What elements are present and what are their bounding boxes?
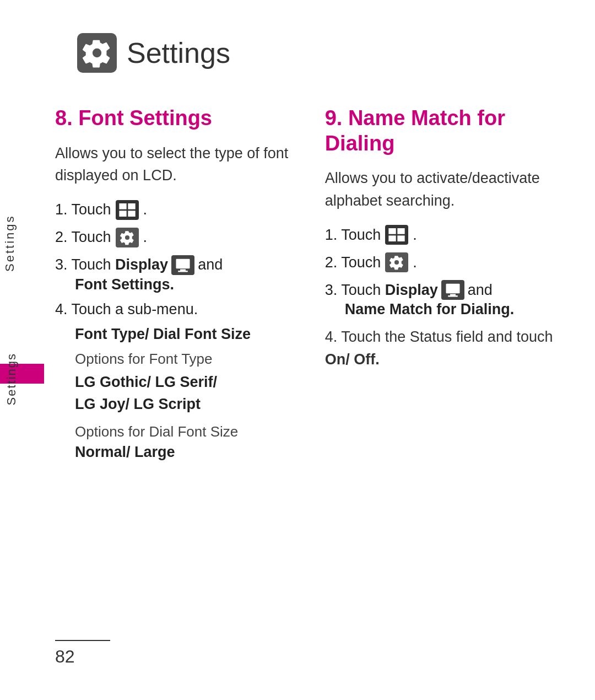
svg-rect-7 [389, 228, 396, 234]
svg-rect-9 [389, 236, 396, 242]
step-period: . [413, 227, 417, 244]
step-text: 4. Touch the Status field and touch On/ … [325, 326, 562, 370]
settings-header-icon [77, 33, 117, 73]
step-number: 2. Touch [325, 254, 381, 271]
svg-rect-8 [398, 228, 405, 234]
section-9-column: 9. Name Match for Dialing Allows you to … [309, 106, 562, 469]
sidebar-vertical-label: Settings [4, 353, 19, 406]
sidebar-label: Settings [3, 215, 17, 272]
section-8-step-3: 3. Touch Display and Font Settings. [55, 255, 298, 293]
section-8-step-1: 1. Touch . [55, 200, 298, 220]
page-header: Settings [77, 33, 562, 73]
display-icon-3 [171, 255, 194, 275]
section-9-step-3: 3. Touch Display and Name Match for Dial… [325, 280, 562, 318]
menu-icon-9-1 [385, 225, 408, 245]
step-text: 3. Touch Display [325, 282, 438, 299]
step-period: . [143, 201, 148, 218]
svg-rect-1 [128, 203, 135, 209]
step-conjunction: and [468, 282, 493, 299]
step-conjunction: and [198, 256, 223, 273]
step-period: . [413, 254, 417, 271]
step-3-bold-label: Font Settings. [75, 276, 298, 293]
gear-icon-2 [116, 228, 139, 247]
content-columns: 8. Font Settings Allows you to select th… [55, 106, 562, 469]
page-number: 82 [55, 647, 110, 667]
gear-icon-9-2 [385, 252, 408, 272]
step-period: . [143, 229, 148, 246]
section-8-step-2: 2. Touch . [55, 228, 298, 247]
page-divider [55, 640, 110, 641]
section-9-step-4: 4. Touch the Status field and touch On/ … [325, 326, 562, 370]
section-8-title: 8. Font Settings [55, 106, 298, 131]
svg-rect-2 [119, 211, 126, 217]
menu-icon-1 [116, 200, 139, 220]
display-icon-9-3 [441, 280, 464, 300]
step-number: 1. Touch [325, 227, 381, 244]
svg-rect-6 [178, 271, 188, 272]
page: Settings Settings 8. Font Settings Allow… [0, 0, 595, 700]
step-text: 4. Touch a sub-menu. [55, 301, 198, 318]
svg-rect-4 [176, 259, 190, 268]
font-type-options: LG Gothic/ LG Serif/LG Joy/ LG Script [75, 371, 298, 416]
section-8-step-4: 4. Touch a sub-menu. [55, 301, 298, 318]
step-number: 1. Touch [55, 201, 111, 218]
section-8-desc: Allows you to select the type of font di… [55, 142, 298, 187]
svg-rect-0 [119, 203, 126, 209]
dial-font-options: Normal/ Large [75, 444, 298, 461]
section-9-step-2: 2. Touch . [325, 252, 562, 272]
submenu-title: Font Type/ Dial Font Size [75, 326, 298, 343]
page-number-area: 82 [55, 640, 110, 667]
step-number: 2. Touch [55, 229, 111, 246]
step-9-3-bold-label: Name Match for Dialing. [345, 301, 562, 318]
svg-rect-3 [128, 211, 135, 217]
svg-rect-13 [448, 295, 458, 297]
dial-font-label: Options for Dial Font Size [75, 423, 298, 440]
section-9-title: 9. Name Match for Dialing [325, 106, 562, 156]
section-9-step-1: 1. Touch . [325, 225, 562, 245]
font-type-label: Options for Font Type [75, 351, 298, 368]
svg-rect-11 [446, 284, 459, 294]
section-8-column: 8. Font Settings Allows you to select th… [55, 106, 309, 469]
page-title: Settings [127, 36, 230, 69]
svg-rect-10 [398, 236, 405, 242]
step-text: 3. Touch Display [55, 256, 168, 273]
section-9-desc: Allows you to activate/deactivate alphab… [325, 167, 562, 212]
